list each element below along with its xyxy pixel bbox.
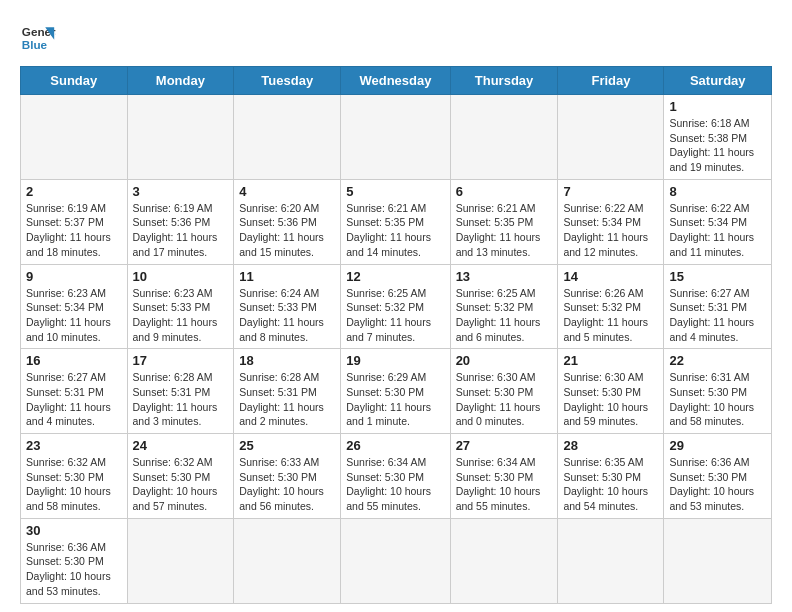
calendar-day-cell: 2Sunrise: 6:19 AMSunset: 5:37 PMDaylight… — [21, 179, 128, 264]
day-number: 29 — [669, 438, 766, 453]
day-number: 6 — [456, 184, 553, 199]
day-number: 5 — [346, 184, 444, 199]
day-number: 13 — [456, 269, 553, 284]
day-of-week-header: Tuesday — [234, 67, 341, 95]
day-number: 9 — [26, 269, 122, 284]
day-info: Sunrise: 6:28 AMSunset: 5:31 PMDaylight:… — [133, 370, 229, 429]
calendar-day-cell: 7Sunrise: 6:22 AMSunset: 5:34 PMDaylight… — [558, 179, 664, 264]
day-number: 21 — [563, 353, 658, 368]
day-of-week-header: Saturday — [664, 67, 772, 95]
calendar-day-cell — [558, 95, 664, 180]
day-of-week-header: Sunday — [21, 67, 128, 95]
day-info: Sunrise: 6:24 AMSunset: 5:33 PMDaylight:… — [239, 286, 335, 345]
day-of-week-header: Friday — [558, 67, 664, 95]
day-info: Sunrise: 6:34 AMSunset: 5:30 PMDaylight:… — [456, 455, 553, 514]
calendar-day-cell: 24Sunrise: 6:32 AMSunset: 5:30 PMDayligh… — [127, 434, 234, 519]
day-number: 28 — [563, 438, 658, 453]
calendar-day-cell: 17Sunrise: 6:28 AMSunset: 5:31 PMDayligh… — [127, 349, 234, 434]
day-info: Sunrise: 6:36 AMSunset: 5:30 PMDaylight:… — [26, 540, 122, 599]
calendar-day-cell — [341, 518, 450, 603]
calendar-day-cell: 27Sunrise: 6:34 AMSunset: 5:30 PMDayligh… — [450, 434, 558, 519]
calendar-day-cell: 1Sunrise: 6:18 AMSunset: 5:38 PMDaylight… — [664, 95, 772, 180]
day-info: Sunrise: 6:30 AMSunset: 5:30 PMDaylight:… — [563, 370, 658, 429]
day-info: Sunrise: 6:21 AMSunset: 5:35 PMDaylight:… — [346, 201, 444, 260]
day-info: Sunrise: 6:19 AMSunset: 5:36 PMDaylight:… — [133, 201, 229, 260]
day-info: Sunrise: 6:19 AMSunset: 5:37 PMDaylight:… — [26, 201, 122, 260]
day-number: 26 — [346, 438, 444, 453]
day-info: Sunrise: 6:21 AMSunset: 5:35 PMDaylight:… — [456, 201, 553, 260]
day-number: 11 — [239, 269, 335, 284]
day-number: 10 — [133, 269, 229, 284]
day-number: 12 — [346, 269, 444, 284]
calendar-day-cell — [234, 518, 341, 603]
calendar-day-cell: 28Sunrise: 6:35 AMSunset: 5:30 PMDayligh… — [558, 434, 664, 519]
day-of-week-header: Monday — [127, 67, 234, 95]
calendar-day-cell: 4Sunrise: 6:20 AMSunset: 5:36 PMDaylight… — [234, 179, 341, 264]
day-info: Sunrise: 6:29 AMSunset: 5:30 PMDaylight:… — [346, 370, 444, 429]
calendar-day-cell — [664, 518, 772, 603]
day-number: 17 — [133, 353, 229, 368]
day-info: Sunrise: 6:25 AMSunset: 5:32 PMDaylight:… — [346, 286, 444, 345]
calendar-day-cell: 23Sunrise: 6:32 AMSunset: 5:30 PMDayligh… — [21, 434, 128, 519]
svg-text:Blue: Blue — [22, 38, 48, 51]
calendar-day-cell — [450, 518, 558, 603]
day-info: Sunrise: 6:36 AMSunset: 5:30 PMDaylight:… — [669, 455, 766, 514]
day-info: Sunrise: 6:22 AMSunset: 5:34 PMDaylight:… — [669, 201, 766, 260]
calendar-day-cell — [127, 95, 234, 180]
day-number: 25 — [239, 438, 335, 453]
day-number: 19 — [346, 353, 444, 368]
day-number: 16 — [26, 353, 122, 368]
day-info: Sunrise: 6:27 AMSunset: 5:31 PMDaylight:… — [26, 370, 122, 429]
calendar-day-cell: 16Sunrise: 6:27 AMSunset: 5:31 PMDayligh… — [21, 349, 128, 434]
calendar-table: SundayMondayTuesdayWednesdayThursdayFrid… — [20, 66, 772, 604]
day-info: Sunrise: 6:32 AMSunset: 5:30 PMDaylight:… — [26, 455, 122, 514]
logo: General Blue — [20, 20, 56, 56]
calendar-header-row: SundayMondayTuesdayWednesdayThursdayFrid… — [21, 67, 772, 95]
calendar-day-cell: 5Sunrise: 6:21 AMSunset: 5:35 PMDaylight… — [341, 179, 450, 264]
page-header: General Blue — [20, 20, 772, 56]
calendar-day-cell: 8Sunrise: 6:22 AMSunset: 5:34 PMDaylight… — [664, 179, 772, 264]
day-number: 3 — [133, 184, 229, 199]
calendar-day-cell: 21Sunrise: 6:30 AMSunset: 5:30 PMDayligh… — [558, 349, 664, 434]
calendar-day-cell: 25Sunrise: 6:33 AMSunset: 5:30 PMDayligh… — [234, 434, 341, 519]
calendar-day-cell: 15Sunrise: 6:27 AMSunset: 5:31 PMDayligh… — [664, 264, 772, 349]
calendar-day-cell: 9Sunrise: 6:23 AMSunset: 5:34 PMDaylight… — [21, 264, 128, 349]
day-number: 24 — [133, 438, 229, 453]
day-number: 7 — [563, 184, 658, 199]
calendar-week-row: 2Sunrise: 6:19 AMSunset: 5:37 PMDaylight… — [21, 179, 772, 264]
calendar-day-cell — [341, 95, 450, 180]
day-info: Sunrise: 6:26 AMSunset: 5:32 PMDaylight:… — [563, 286, 658, 345]
day-number: 14 — [563, 269, 658, 284]
calendar-week-row: 16Sunrise: 6:27 AMSunset: 5:31 PMDayligh… — [21, 349, 772, 434]
calendar-week-row: 23Sunrise: 6:32 AMSunset: 5:30 PMDayligh… — [21, 434, 772, 519]
calendar-day-cell — [21, 95, 128, 180]
calendar-week-row: 30Sunrise: 6:36 AMSunset: 5:30 PMDayligh… — [21, 518, 772, 603]
day-number: 20 — [456, 353, 553, 368]
logo-icon: General Blue — [20, 20, 56, 56]
day-info: Sunrise: 6:25 AMSunset: 5:32 PMDaylight:… — [456, 286, 553, 345]
day-info: Sunrise: 6:23 AMSunset: 5:33 PMDaylight:… — [133, 286, 229, 345]
day-number: 22 — [669, 353, 766, 368]
day-number: 4 — [239, 184, 335, 199]
calendar-day-cell — [234, 95, 341, 180]
calendar-day-cell: 22Sunrise: 6:31 AMSunset: 5:30 PMDayligh… — [664, 349, 772, 434]
calendar-day-cell: 26Sunrise: 6:34 AMSunset: 5:30 PMDayligh… — [341, 434, 450, 519]
day-info: Sunrise: 6:33 AMSunset: 5:30 PMDaylight:… — [239, 455, 335, 514]
calendar-day-cell: 19Sunrise: 6:29 AMSunset: 5:30 PMDayligh… — [341, 349, 450, 434]
day-info: Sunrise: 6:35 AMSunset: 5:30 PMDaylight:… — [563, 455, 658, 514]
day-number: 27 — [456, 438, 553, 453]
calendar-day-cell: 10Sunrise: 6:23 AMSunset: 5:33 PMDayligh… — [127, 264, 234, 349]
calendar-day-cell: 18Sunrise: 6:28 AMSunset: 5:31 PMDayligh… — [234, 349, 341, 434]
day-info: Sunrise: 6:27 AMSunset: 5:31 PMDaylight:… — [669, 286, 766, 345]
day-info: Sunrise: 6:34 AMSunset: 5:30 PMDaylight:… — [346, 455, 444, 514]
calendar-week-row: 1Sunrise: 6:18 AMSunset: 5:38 PMDaylight… — [21, 95, 772, 180]
day-info: Sunrise: 6:18 AMSunset: 5:38 PMDaylight:… — [669, 116, 766, 175]
day-info: Sunrise: 6:30 AMSunset: 5:30 PMDaylight:… — [456, 370, 553, 429]
day-number: 8 — [669, 184, 766, 199]
calendar-day-cell — [450, 95, 558, 180]
calendar-day-cell: 11Sunrise: 6:24 AMSunset: 5:33 PMDayligh… — [234, 264, 341, 349]
calendar-day-cell: 29Sunrise: 6:36 AMSunset: 5:30 PMDayligh… — [664, 434, 772, 519]
calendar-day-cell: 3Sunrise: 6:19 AMSunset: 5:36 PMDaylight… — [127, 179, 234, 264]
day-of-week-header: Thursday — [450, 67, 558, 95]
day-number: 18 — [239, 353, 335, 368]
